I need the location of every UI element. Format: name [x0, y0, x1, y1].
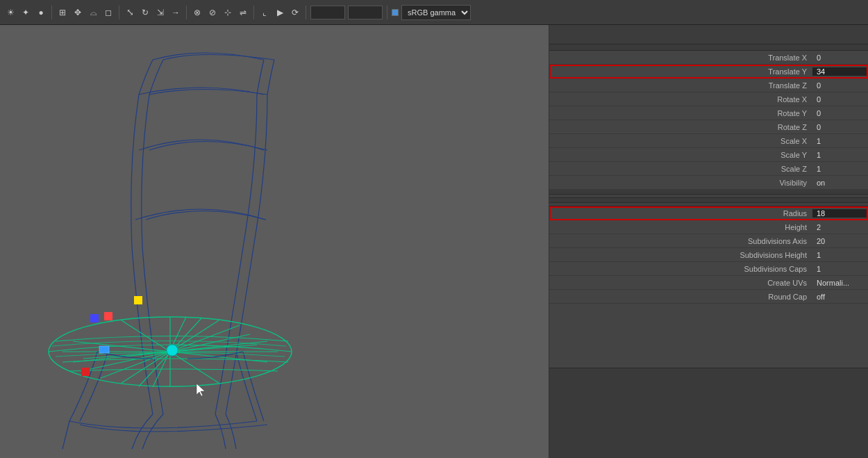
channel-label-2: Translate Z — [549, 81, 812, 90]
toolbar: ☀ ✦ ● ⊞ ✥ ⌓ ◻ ⤡ ↻ ⇲ → ⊗ ⊘ ⊹ ⇌ ⌞ ▶ ⟳ sRGB… — [0, 0, 868, 25]
channel-row-9[interactable]: Visibility on — [549, 176, 868, 190]
channel-label-1: Translate Y — [549, 67, 812, 76]
channel-label-5: Rotate Z — [549, 123, 812, 131]
channel-label-6: Scale X — [549, 137, 812, 145]
input-value-0[interactable]: 18 — [812, 209, 868, 218]
icon-camera[interactable]: ⌞ — [258, 6, 271, 19]
channel-label-9: Visibility — [549, 179, 812, 187]
channel-value-7[interactable]: 1 — [812, 151, 868, 159]
channel-label-7: Scale Y — [549, 151, 812, 159]
sep5 — [306, 6, 306, 19]
sep1 — [51, 6, 52, 19]
icon-refresh[interactable]: ⟳ — [289, 6, 301, 19]
icon-scale[interactable]: ⇲ — [154, 6, 167, 19]
input-value-2[interactable]: 20 — [812, 237, 868, 245]
channel-row-5[interactable]: Rotate Z 0 — [549, 120, 868, 134]
channel-row-7[interactable]: Scale Y 1 — [549, 148, 868, 162]
channel-value-1[interactable]: 34 — [812, 67, 868, 76]
sep6 — [387, 6, 387, 19]
input-label-2: Subdivisions Axis — [549, 237, 812, 245]
input-value-4[interactable]: 1 — [812, 265, 868, 273]
input-value-3[interactable]: 1 — [812, 251, 868, 259]
svg-rect-16 — [90, 314, 99, 322]
icon-snap[interactable]: ⊹ — [222, 6, 234, 19]
channel-row-2[interactable]: Translate Z 0 — [549, 79, 868, 92]
input-label-0: Radius — [549, 209, 812, 218]
input-label-5: Create UVs — [549, 279, 812, 287]
input-row-1[interactable]: Height 2 — [549, 220, 868, 234]
channel-box: Translate X 0 Translate Y 34 Translate Z… — [549, 51, 868, 368]
input-value-6[interactable]: off — [812, 293, 868, 301]
channel-row-4[interactable]: Rotate Y 0 — [549, 106, 868, 120]
channel-label-0: Translate X — [549, 54, 812, 62]
shapes-section-header — [549, 190, 868, 195]
channel-value-6[interactable]: 1 — [812, 137, 868, 145]
icon-sym[interactable]: ⇌ — [237, 6, 249, 19]
inputs-list: Radius 18 Height 2 Subdivisions Axis 20 … — [549, 206, 868, 304]
icon-dot[interactable]: ● — [35, 6, 47, 19]
channel-label-8: Scale Z — [549, 165, 812, 173]
icon-sun[interactable]: ☀ — [4, 6, 17, 19]
input-label-1: Height — [549, 223, 812, 231]
tab-show[interactable] — [596, 33, 602, 36]
channel-value-8[interactable]: 1 — [812, 165, 868, 173]
svg-rect-18 — [99, 346, 109, 353]
input-row-6[interactable]: Round Cap off — [549, 290, 868, 304]
icon-rotate[interactable]: ↻ — [139, 6, 151, 19]
tab-object[interactable] — [583, 33, 588, 36]
color-swatch[interactable] — [392, 9, 399, 16]
icon-soft[interactable]: ⊘ — [206, 6, 219, 19]
input-row-4[interactable]: Subdivisions Caps 1 — [549, 262, 868, 276]
icon-move[interactable]: ✥ — [72, 6, 84, 19]
input-label-3: Subdivisions Height — [549, 251, 812, 259]
tab-channels[interactable] — [555, 33, 560, 36]
channel-row-3[interactable]: Rotate X 0 — [549, 92, 868, 106]
icon-move2[interactable]: ⤡ — [124, 6, 136, 19]
channel-value-0[interactable]: 0 — [812, 54, 868, 62]
viewport[interactable] — [0, 25, 549, 458]
channel-value-5[interactable]: 0 — [812, 123, 868, 131]
icon-select[interactable]: ◻ — [102, 6, 115, 19]
input-row-3[interactable]: Subdivisions Height 1 — [549, 248, 868, 262]
value1-input[interactable] — [310, 6, 345, 19]
channel-label-3: Rotate X — [549, 95, 812, 104]
channel-value-2[interactable]: 0 — [812, 81, 868, 90]
channel-header — [549, 25, 868, 44]
input-row-5[interactable]: Create UVs Normali... — [549, 276, 868, 290]
object-name — [549, 44, 868, 51]
input-row-2[interactable]: Subdivisions Axis 20 — [549, 234, 868, 248]
icon-render[interactable]: ▶ — [274, 6, 286, 19]
channel-label-4: Rotate Y — [549, 109, 812, 117]
channel-row-1[interactable]: Translate Y 34 — [549, 65, 868, 79]
svg-rect-15 — [134, 296, 142, 304]
svg-rect-14 — [104, 312, 112, 320]
channel-value-3[interactable]: 0 — [812, 95, 868, 104]
channel-row-8[interactable]: Scale Z 1 — [549, 162, 868, 176]
icon-lasso[interactable]: ⌓ — [87, 6, 99, 19]
svg-point-13 — [167, 345, 178, 356]
chair-wireframe — [0, 25, 549, 458]
input-label-4: Subdivisions Caps — [549, 265, 812, 273]
icon-arrow[interactable]: → — [169, 6, 182, 19]
icon-pivot[interactable]: ⊗ — [191, 6, 203, 19]
tab-edit[interactable] — [569, 33, 574, 36]
icon-star[interactable]: ✦ — [19, 6, 32, 19]
icon-grid[interactable]: ⊞ — [56, 6, 69, 19]
input-row-0[interactable]: Radius 18 — [549, 206, 868, 220]
main-area: Translate X 0 Translate Y 34 Translate Z… — [0, 25, 868, 458]
channel-row-6[interactable]: Scale X 1 — [549, 134, 868, 148]
svg-rect-17 — [81, 368, 90, 376]
channels-list: Translate X 0 Translate Y 34 Translate Z… — [549, 51, 868, 190]
channel-row-0[interactable]: Translate X 0 — [549, 51, 868, 65]
input-value-1[interactable]: 2 — [812, 223, 868, 231]
colorspace-dropdown[interactable]: sRGB gamma — [401, 5, 471, 20]
sep2 — [119, 6, 119, 19]
input-label-6: Round Cap — [549, 293, 812, 301]
preview-area — [549, 368, 868, 458]
value2-input[interactable] — [348, 6, 383, 19]
channel-value-9[interactable]: on — [812, 179, 868, 187]
right-panel: Translate X 0 Translate Y 34 Translate Z… — [549, 25, 868, 458]
channel-value-4[interactable]: 0 — [812, 109, 868, 117]
input-value-5[interactable]: Normali... — [812, 279, 868, 287]
inputs-section-header — [549, 198, 868, 203]
